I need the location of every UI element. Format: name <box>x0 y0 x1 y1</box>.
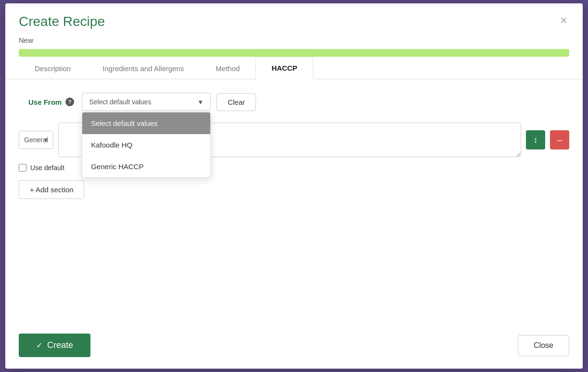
use-default-label: Use default <box>30 164 64 172</box>
tab-ingredients[interactable]: Ingredients and Allergens <box>87 57 200 79</box>
tab-bar: Description Ingredients and Allergens Me… <box>5 57 583 79</box>
tab-haccp[interactable]: HACCP <box>256 57 313 79</box>
use-default-checkbox[interactable] <box>19 164 26 172</box>
dropdown-item-default[interactable]: Select default values <box>82 112 210 134</box>
progress-bar-wrap <box>5 49 583 57</box>
close-button[interactable]: Close <box>518 335 569 356</box>
clear-button[interactable]: Clear <box>217 93 256 111</box>
modal-body: Use From ? Select default values ▼ Selec… <box>5 79 583 325</box>
use-from-row: Use From ? Select default values ▼ Selec… <box>19 93 569 111</box>
use-from-select-wrapper: Select default values ▼ Select default v… <box>82 93 211 111</box>
remove-icon-button[interactable]: – <box>550 130 569 149</box>
use-from-select-value: Select default values <box>89 98 151 106</box>
section-select[interactable]: General <box>19 131 53 149</box>
create-recipe-modal: Create Recipe × New Description Ingredie… <box>5 3 583 369</box>
checkmark-icon: ✓ <box>36 341 42 350</box>
tab-method[interactable]: Method <box>200 57 256 79</box>
modal-header: Create Recipe × <box>5 3 583 34</box>
use-from-label: Use From <box>28 98 62 106</box>
create-button[interactable]: ✓ Create <box>19 334 90 357</box>
tab-description[interactable]: Description <box>19 57 87 79</box>
create-label: Create <box>47 340 73 350</box>
close-icon[interactable]: × <box>558 14 569 26</box>
use-from-dropdown: Select default values Kafoodle HQ Generi… <box>82 112 211 178</box>
dropdown-item-generic[interactable]: Generic HACCP <box>82 156 210 177</box>
help-icon[interactable]: ? <box>65 98 74 106</box>
modal-title: Create Recipe <box>19 14 105 29</box>
modal-footer: ✓ Create Close <box>5 325 583 369</box>
modal-overlay: Create Recipe × New Description Ingredie… <box>0 0 588 372</box>
move-icon-button[interactable]: ↕ <box>526 130 545 149</box>
section-select-wrap: General <box>19 131 53 149</box>
add-section-button[interactable]: + Add section <box>19 180 84 199</box>
dropdown-item-kafoodle[interactable]: Kafoodle HQ <box>82 134 210 156</box>
chevron-down-icon: ▼ <box>197 99 204 106</box>
modal-sub-label: New <box>5 34 583 49</box>
progress-bar <box>19 49 569 57</box>
use-from-select[interactable]: Select default values ▼ <box>82 93 211 111</box>
